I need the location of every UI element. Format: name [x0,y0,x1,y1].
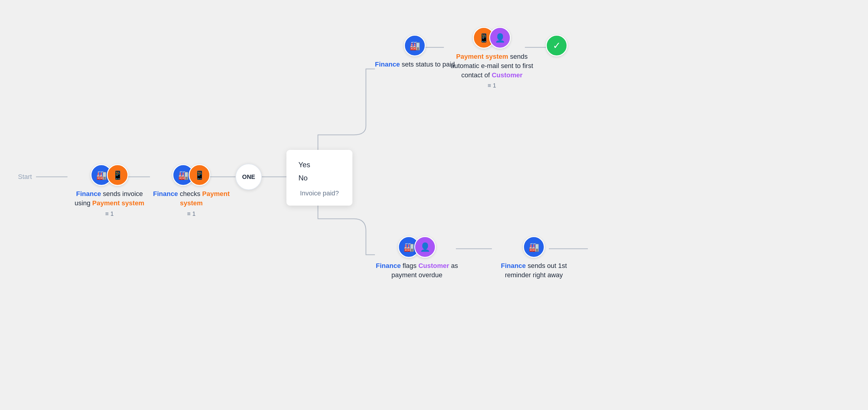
icon-group-6: 🏭 👤 [398,236,436,258]
end-check-icon: ✓ [546,35,567,56]
sub-count-2: ≡ 1 [187,210,195,217]
workflow-canvas: Start 🏭 📱 Finance sends invoice using Pa… [0,0,868,410]
node-label-7: Finance sends out 1st reminder right awa… [492,261,576,280]
node-finance-sends-invoice[interactable]: 🏭 📱 Finance sends invoice using Payment … [67,164,152,217]
option-yes[interactable]: Yes [299,158,340,171]
icon-group-4: 📱 👤 [473,27,511,48]
node-finance-flags-customer[interactable]: 🏭 👤 Finance flags Customer as payment ov… [375,236,459,280]
decision-question: Invoice paid? [299,190,340,197]
node-label-1: Finance sends invoice using Payment syst… [67,190,152,208]
gateway-one[interactable]: ONE [236,164,262,190]
node-finance-sets-status[interactable]: 🏭 Finance sets status to paid [375,35,455,69]
icon-group-3: 🏭 [404,35,426,56]
option-no[interactable]: No [299,171,340,184]
node-payment-sends-email[interactable]: 📱 👤 Payment system sends automatic e-mai… [444,27,540,89]
node-finance-sends-reminder[interactable]: 🏭 Finance sends out 1st reminder right a… [492,236,576,280]
node-label-3: Finance sets status to paid [375,60,455,69]
payment-icon-1: 📱 [107,164,128,186]
icon-group-1: 🏭 📱 [91,164,128,186]
customer-icon-4: 👤 [489,27,511,48]
icon-group-2: 🏭 📱 [173,164,210,186]
node-end: ✓ [546,35,567,56]
finance-icon-7: 🏭 [523,236,545,258]
start-label: Start [18,173,32,181]
payment-icon-2: 📱 [189,164,210,186]
node-label-2: Finance checks Payment system [149,190,234,208]
finance-icon-3: 🏭 [404,35,426,56]
decision-box[interactable]: Yes No Invoice paid? [286,150,352,206]
node-label-6: Finance flags Customer as payment overdu… [375,261,459,280]
icon-group-7: 🏭 [523,236,545,258]
node-finance-checks[interactable]: 🏭 📱 Finance checks Payment system ≡ 1 [149,164,234,217]
sub-count-1: ≡ 1 [105,210,114,217]
sub-count-4: ≡ 1 [488,82,496,89]
customer-icon-6: 👤 [414,236,436,258]
node-label-4: Payment system sends automatic e-mail se… [444,52,540,80]
